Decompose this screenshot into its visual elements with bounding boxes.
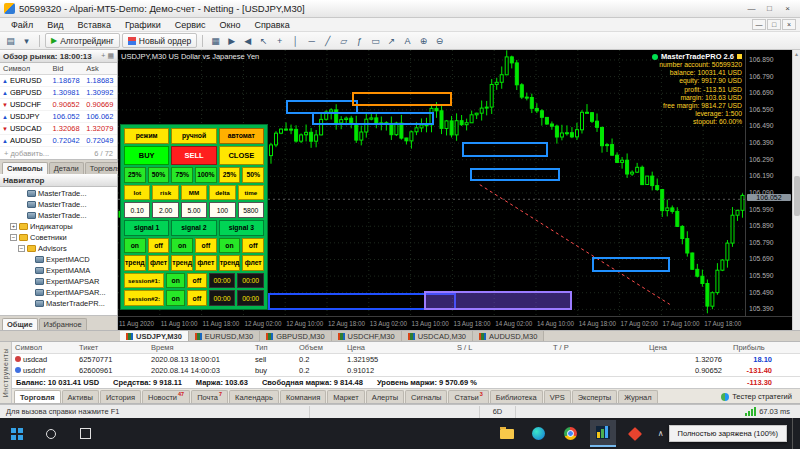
toolbox-tab-8[interactable]: Алерты	[366, 390, 404, 403]
alpari-app-icon[interactable]	[622, 420, 648, 447]
menu-3[interactable]: Графики	[118, 20, 168, 30]
connection-status[interactable]: 67.03 ms	[739, 406, 800, 418]
scroll-thumb[interactable]	[794, 176, 800, 216]
add-symbol-row[interactable]: + добавить...	[4, 149, 49, 158]
text-icon[interactable]: A	[400, 33, 415, 48]
market-watch-row[interactable]: ▼USDCAD1.320681.32079	[0, 123, 117, 135]
toolbox-tab-11[interactable]: Библиотека	[490, 390, 543, 403]
ea-session-start-0[interactable]: 00:00	[209, 273, 236, 289]
vertical-line-icon[interactable]: │	[288, 33, 303, 48]
toolbox-column-4[interactable]: Объем	[296, 343, 344, 352]
ea-trendflat-button-5[interactable]: флет	[242, 255, 264, 271]
tree-item-9[interactable]: ExpertMAPSAR...	[0, 287, 117, 298]
toolbox-tab-1[interactable]: Активы	[62, 390, 99, 403]
chart-tab-4[interactable]: USDCAD,M30	[402, 331, 473, 341]
chart-shift-icon[interactable]: ◀	[240, 33, 255, 48]
chart-restore-button[interactable]: □	[767, 19, 781, 30]
strategy-tester-button[interactable]: Тестер стратегий	[713, 390, 800, 403]
tree-item-6[interactable]: ExpertMACD	[0, 254, 117, 265]
chart-area[interactable]: USDJPY,M30 US Dollar vs Japanese Yen Mas…	[118, 50, 792, 330]
column-ask[interactable]: Ask	[83, 64, 117, 73]
task-view-icon[interactable]	[72, 420, 98, 447]
navigator-tab-1[interactable]: Избранное	[39, 318, 87, 330]
tree-item-3[interactable]: +Индикаторы	[0, 221, 117, 232]
toolbox-dock[interactable]: Инструменты	[0, 342, 12, 403]
chart-rectangle-5[interactable]	[592, 257, 670, 272]
fibonacci-icon[interactable]: ƒ	[352, 33, 367, 48]
trendline-icon[interactable]: ╱	[320, 33, 335, 48]
toolbox-tab-3[interactable]: Новости47	[142, 390, 190, 403]
chart-rectangle-1[interactable]	[352, 92, 452, 106]
chart-rectangle-2[interactable]	[312, 112, 434, 125]
toolbox-tab-12[interactable]: VPS	[544, 390, 571, 403]
show-desktop-button[interactable]	[792, 418, 796, 449]
chart-list-dropdown-icon[interactable]: ▾	[19, 33, 34, 48]
ea-trendflat-button-3[interactable]: флет	[195, 255, 217, 271]
market-watch-tab-0[interactable]: Символы	[2, 162, 48, 174]
expand-icon[interactable]: +	[10, 223, 17, 230]
column-symbol[interactable]: Символ	[0, 64, 50, 73]
maximize-button[interactable]: □	[761, 2, 778, 15]
ea-session-start-1[interactable]: 00:00	[209, 290, 236, 306]
navigator-header[interactable]: Навигатор	[0, 174, 117, 187]
minimize-button[interactable]: —	[743, 2, 760, 15]
toolbox-tab-14[interactable]: Журнал	[618, 390, 657, 403]
time-axis[interactable]: 11 Aug 202011 Aug 10:0011 Aug 18:0012 Au…	[118, 316, 792, 330]
ea-param-input-4[interactable]: 5800	[238, 202, 264, 218]
toolbox-tab-0[interactable]: Торговля	[14, 390, 61, 403]
toolbox-column-8[interactable]: Цена	[646, 343, 730, 352]
ea-mode-button-1[interactable]: ручной	[171, 128, 216, 144]
toolbox-column-1[interactable]: Тикет	[76, 343, 148, 352]
chart-rectangle-4[interactable]	[470, 168, 560, 181]
zoom-in-icon[interactable]: ⊕	[416, 33, 431, 48]
cursor-icon[interactable]: ↖	[256, 33, 271, 48]
toolbox-tab-5[interactable]: Календарь	[229, 390, 279, 403]
menu-2[interactable]: Вставка	[70, 20, 117, 30]
ea-mode-button-2[interactable]: автомат	[219, 128, 264, 144]
start-button[interactable]	[4, 420, 30, 447]
tray-expand-icon[interactable]: ∧	[658, 429, 664, 438]
ea-lot-pct-5[interactable]: 50%	[242, 167, 264, 183]
ea-onoff-button-5[interactable]: off	[242, 238, 264, 254]
menu-6[interactable]: Справка	[247, 20, 296, 30]
ea-lot-pct-0[interactable]: 25%	[124, 167, 146, 183]
position-row-0[interactable]: usdcad625707712020.08.13 18:00:01sell0.2…	[12, 354, 800, 365]
ea-onoff-button-0[interactable]: on	[124, 238, 146, 254]
edge-browser-icon[interactable]	[526, 420, 552, 447]
new-order-button[interactable]: Новый ордер	[122, 33, 197, 48]
toolbox-column-0[interactable]: Символ	[12, 343, 76, 352]
toolbox-column-6[interactable]: S / L	[454, 343, 550, 352]
market-watch-header[interactable]: Обзор рынка: 18:00:13 + ▦	[0, 50, 117, 63]
scroll-up-icon[interactable]: ▲	[794, 51, 799, 57]
toolbox-column-7[interactable]: T / P	[550, 343, 646, 352]
tree-item-4[interactable]: −Советники	[0, 232, 117, 243]
collapse-icon[interactable]: −	[10, 234, 17, 241]
collapse-icon[interactable]: −	[18, 245, 25, 252]
ea-mode-button-0[interactable]: режим	[124, 128, 169, 144]
ea-param-input-0[interactable]: 0.10	[124, 202, 150, 218]
arrows-icon[interactable]: ↗	[384, 33, 399, 48]
ea-sell-button[interactable]: SELL	[171, 146, 216, 166]
toolbox-tab-10[interactable]: Статьи3	[448, 390, 488, 403]
autoscroll-icon[interactable]: ▶	[224, 33, 239, 48]
menu-5[interactable]: Окно	[213, 20, 248, 30]
ea-onoff-button-3[interactable]: off	[195, 238, 217, 254]
ea-param-input-2[interactable]: 5.00	[181, 202, 207, 218]
market-watch-row[interactable]: ▲EURUSD1.186781.18683	[0, 75, 117, 87]
ea-onoff-button-1[interactable]: off	[148, 238, 170, 254]
tree-item-7[interactable]: ExpertMAMA	[0, 265, 117, 276]
tree-item-0[interactable]: MasterTrade...	[0, 188, 117, 199]
toolbox-tab-4[interactable]: Почта7	[191, 390, 228, 403]
add-symbol-icon[interactable]: +	[101, 52, 105, 60]
vertical-scrollbar[interactable]: ▲ ▼	[792, 50, 800, 342]
ea-lot-pct-1[interactable]: 50%	[148, 167, 170, 183]
ea-trendflat-button-2[interactable]: тренд	[171, 255, 193, 271]
tree-item-5[interactable]: −Advisors	[0, 243, 117, 254]
ea-trendflat-button-0[interactable]: тренд	[124, 255, 146, 271]
ea-session-on-1[interactable]: on	[166, 290, 185, 306]
algo-trading-button[interactable]: ▶ Алготрейдинг	[45, 33, 120, 48]
ea-trendflat-button-4[interactable]: тренд	[219, 255, 241, 271]
column-bid[interactable]: Bid	[50, 64, 84, 73]
chart-tab-0[interactable]: USDJPY,M30	[120, 331, 189, 341]
toolbox-tab-2[interactable]: История	[100, 390, 141, 403]
